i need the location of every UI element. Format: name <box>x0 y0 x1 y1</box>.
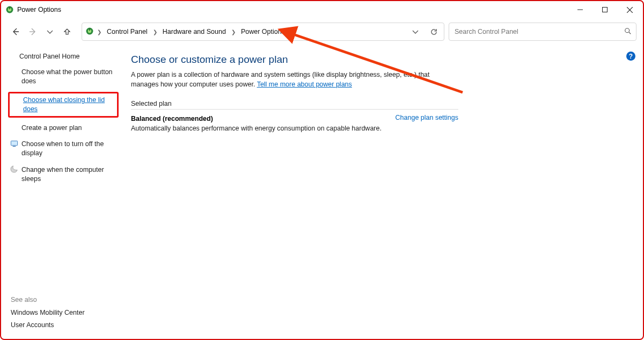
chevron-right-icon[interactable]: ❯ <box>230 29 237 35</box>
svg-rect-11 <box>89 28 90 31</box>
navigation-bar: ❯ Control Panel ❯ Hardware and Sound ❯ P… <box>8 21 636 42</box>
chevron-right-icon[interactable]: ❯ <box>96 29 103 35</box>
nav-forward-button[interactable] <box>25 24 41 40</box>
minimize-button[interactable] <box>568 1 592 18</box>
address-dropdown-button[interactable] <box>408 25 422 39</box>
moon-icon <box>10 165 18 184</box>
monitor-icon <box>10 140 18 158</box>
sidebar-link-create-plan[interactable]: Create a power plan <box>10 124 117 133</box>
address-icon <box>85 27 94 37</box>
search-input[interactable] <box>453 27 624 36</box>
close-button[interactable] <box>617 1 642 18</box>
svg-line-13 <box>629 32 631 34</box>
sidebar-link-computer-sleeps[interactable]: Change when the computer sleeps <box>10 165 117 184</box>
control-panel-home-link[interactable]: Control Panel Home <box>19 53 117 60</box>
sidebar-link-label: Choose what closing the lid does <box>23 96 115 114</box>
refresh-button[interactable] <box>427 25 441 39</box>
sidebar-link-label: Create a power plan <box>21 124 117 133</box>
blank-icon <box>10 124 18 133</box>
svg-point-12 <box>625 28 630 32</box>
svg-rect-14 <box>11 141 17 146</box>
help-button[interactable]: ? <box>626 52 635 61</box>
address-bar[interactable]: ❯ Control Panel ❯ Hardware and Sound ❯ P… <box>82 23 444 41</box>
maximize-button[interactable] <box>592 1 617 18</box>
breadcrumb-item[interactable]: Control Panel <box>105 26 150 37</box>
plan-description: Automatically balances performance with … <box>131 125 382 132</box>
see-also-user-accounts[interactable]: User Accounts <box>11 321 117 329</box>
search-icon[interactable] <box>624 27 632 37</box>
app-icon <box>5 5 14 14</box>
sidebar-link-turn-off-display[interactable]: Choose when to turn off the display <box>10 140 117 158</box>
blank-icon <box>11 96 20 114</box>
svg-rect-2 <box>9 7 10 10</box>
nav-back-button[interactable] <box>8 24 24 40</box>
sidebar-link-label: Choose what the power button does <box>21 68 117 86</box>
selected-plan-label: Selected plan <box>131 100 458 110</box>
breadcrumb-item[interactable]: Power Options <box>239 26 287 37</box>
see-also-mobility-center[interactable]: Windows Mobility Center <box>11 309 117 316</box>
svg-rect-4 <box>603 8 608 12</box>
nav-up-button[interactable] <box>59 24 75 40</box>
search-box[interactable] <box>449 23 636 41</box>
blank-icon <box>10 68 18 86</box>
main-content: ? Choose or customize a power plan A pow… <box>120 45 643 339</box>
sidebar-link-closing-lid[interactable]: Choose what closing the lid does <box>8 92 119 118</box>
sidebar: Control Panel Home Choose what the power… <box>1 45 120 339</box>
change-plan-settings-link[interactable]: Change plan settings <box>396 114 458 121</box>
see-also-header: See also <box>11 296 117 303</box>
nav-history-button[interactable] <box>42 24 58 40</box>
breadcrumb-item[interactable]: Hardware and Sound <box>160 26 228 37</box>
svg-rect-15 <box>12 146 16 147</box>
learn-more-link[interactable]: Tell me more about power plans <box>257 81 352 88</box>
title-bar: Power Options <box>1 1 643 18</box>
window-title: Power Options <box>17 6 61 13</box>
sidebar-link-label: Choose when to turn off the display <box>21 140 117 158</box>
sidebar-link-power-button[interactable]: Choose what the power button does <box>10 68 117 86</box>
page-description: A power plan is a collection of hardware… <box>131 70 458 89</box>
page-title: Choose or customize a power plan <box>131 54 458 66</box>
sidebar-link-label: Change when the computer sleeps <box>21 165 117 184</box>
see-also-section: See also Windows Mobility Center User Ac… <box>10 285 117 334</box>
plan-name: Balanced (recommended) <box>131 115 382 122</box>
chevron-right-icon[interactable]: ❯ <box>152 29 158 35</box>
